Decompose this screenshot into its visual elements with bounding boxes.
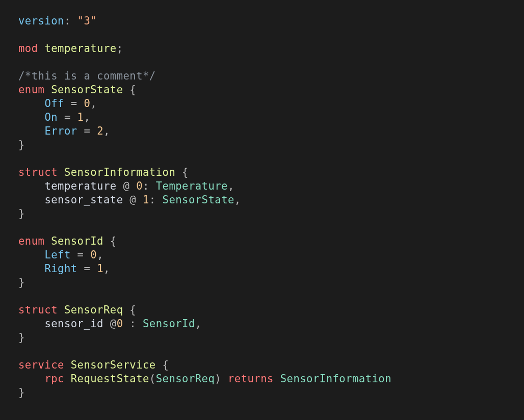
token-kw: struct [18, 166, 58, 178]
token-def: SensorReq [64, 304, 123, 316]
token-pun: } [18, 139, 25, 151]
token-pun: , [228, 180, 234, 192]
token-pun: = [77, 249, 91, 261]
token-kw: rpc [44, 373, 64, 385]
token-def: SensorService [71, 359, 156, 371]
token-kw: struct [18, 304, 58, 316]
token-pun: @ [123, 180, 136, 192]
token-pun: { [182, 166, 189, 178]
token-def: RequestState [71, 373, 149, 385]
token-pun: , [84, 111, 90, 123]
token-type: SensorId [143, 318, 195, 330]
token-pun: = [84, 125, 97, 137]
token-num: 1 [143, 194, 149, 206]
token-pun: ) [215, 373, 228, 385]
token-pun: : [123, 318, 143, 330]
token-pun: , [97, 249, 103, 261]
token-prop: temperature [44, 180, 116, 192]
code-block: version: "3" mod temperature; /*this is … [0, 0, 524, 414]
token-prop: sensor_state [44, 194, 123, 206]
token-pun: = [64, 111, 77, 123]
token-str: "3" [77, 15, 97, 27]
token-kw: service [18, 359, 64, 371]
token-kw: returns [228, 373, 274, 385]
token-pun: , [195, 318, 202, 330]
token-pun: { [129, 304, 136, 316]
token-pun: , [103, 125, 110, 137]
token-def: SensorState [51, 84, 123, 96]
token-type: SensorInformation [280, 373, 391, 385]
token-num: 2 [97, 125, 103, 137]
token-num: 0 [84, 97, 90, 110]
token-num: 1 [97, 262, 103, 275]
token-type: SensorState [163, 194, 234, 206]
token-pun: { [129, 84, 136, 96]
token-def: temperature [44, 42, 116, 55]
token-kw: mod [18, 42, 38, 55]
token-pun: } [18, 276, 25, 288]
token-member: On [44, 111, 58, 123]
token-pun: ( [149, 373, 156, 385]
token-member: Error [44, 125, 77, 137]
token-pun: , [90, 97, 97, 110]
token-member: version [18, 15, 64, 27]
token-member: Left [44, 249, 70, 261]
token-pun: , [103, 262, 110, 275]
token-type: Temperature [156, 180, 228, 192]
token-pun: { [163, 359, 169, 371]
token-def: SensorInformation [64, 166, 175, 178]
token-kw: enum [18, 235, 44, 247]
token-pun: } [18, 207, 25, 220]
token-pun: = [84, 262, 97, 275]
token-pun: @ [129, 194, 143, 206]
token-num: 0 [90, 249, 97, 261]
token-type: SensorReq [156, 373, 215, 385]
token-num: 1 [77, 111, 84, 123]
token-pun: , [234, 194, 241, 206]
token-pun: @ [110, 318, 117, 330]
token-member: Right [44, 262, 77, 275]
token-pun: = [71, 97, 84, 110]
token-pun: ; [117, 42, 123, 55]
token-member: Off [44, 97, 64, 110]
token-pun: : [64, 15, 77, 27]
token-pun: } [18, 386, 25, 399]
token-pun: } [18, 331, 25, 344]
token-cmt: /*this is a comment*/ [18, 70, 156, 82]
token-prop: sensor_id [44, 318, 103, 330]
token-pun: : [149, 194, 163, 206]
token-pun: { [110, 235, 117, 247]
token-pun: : [143, 180, 156, 192]
token-def: SensorId [51, 235, 103, 247]
token-num: 0 [117, 318, 123, 330]
token-kw: enum [18, 84, 44, 96]
token-num: 0 [136, 180, 143, 192]
